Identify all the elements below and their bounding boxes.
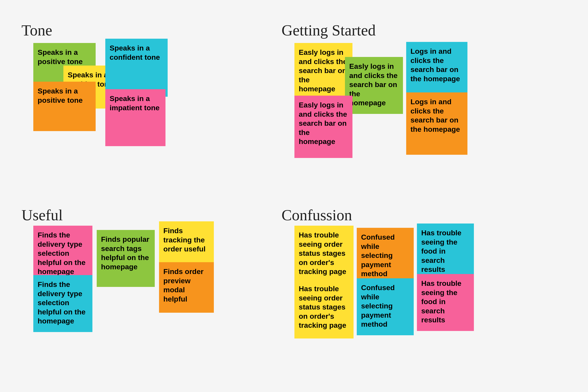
sticky-gs5[interactable]: Logs in and clicks the search bar on the… (406, 92, 468, 155)
useful-title: Useful (22, 206, 63, 224)
sticky-c2[interactable]: Has trouble seeing order status stages o… (294, 280, 354, 338)
sticky-u5[interactable]: Finds order preview modal helpful (159, 262, 214, 313)
confusion-section: Confussion Has trouble seeing order stat… (282, 206, 352, 233)
sticky-c1[interactable]: Has trouble seeing order status stages o… (294, 226, 354, 287)
sticky-t4[interactable]: Speaks in a confident tone (105, 39, 168, 97)
useful-section: Useful Finds the delivery type selection… (22, 206, 63, 233)
sticky-gs3[interactable]: Easly logs in and clicks the search bar … (294, 96, 352, 158)
sticky-t5[interactable]: Speaks in a impatient tone (105, 89, 166, 146)
confusion-title: Confussion (282, 206, 352, 224)
getting-started-section: Getting Started Easly logs in and clicks… (282, 22, 376, 48)
board: Tone Speaks in a positive tone Speaks in… (0, 0, 588, 392)
sticky-u1[interactable]: Finds the delivery type selection helpfu… (33, 226, 92, 282)
sticky-c5[interactable]: Has trouble seeing the food in search re… (417, 224, 474, 280)
sticky-c3[interactable]: Confused while selecting payment method (357, 228, 414, 285)
sticky-u3[interactable]: Finds popular search tags helpful on the… (97, 230, 155, 287)
tone-title: Tone (22, 22, 52, 39)
sticky-u2[interactable]: Finds the delivery type selection helpfu… (33, 275, 92, 332)
sticky-c4[interactable]: Confused while selecting payment method (357, 278, 414, 335)
getting-started-title: Getting Started (282, 22, 376, 39)
sticky-gs2[interactable]: Easly logs in and clicks the search bar … (345, 57, 403, 114)
sticky-c6[interactable]: Has trouble seeing the food in search re… (417, 274, 474, 331)
tone-section: Tone Speaks in a positive tone Speaks in… (22, 22, 52, 48)
sticky-t3[interactable]: Speaks in a positive tone (33, 82, 96, 131)
